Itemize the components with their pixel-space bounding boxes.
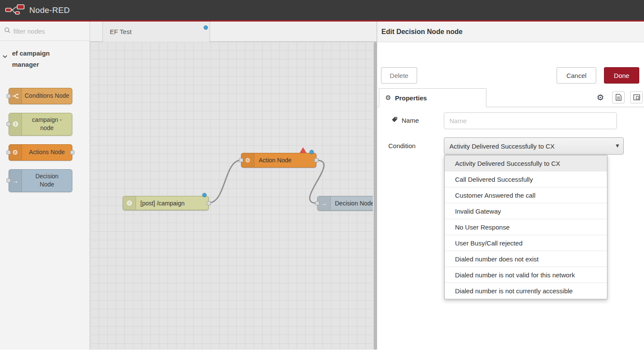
condition-option[interactable]: Call Delivered Successfully xyxy=(445,171,607,187)
branch-icon xyxy=(9,88,22,104)
palette-node-list: Conditions Node campaign - node ⚙ Action… xyxy=(0,76,90,192)
chevron-down-icon xyxy=(3,50,7,62)
wire-campaign-to-action[interactable] xyxy=(209,160,241,203)
edit-node-tray: Edit Decision Node node Delete Cancel Do… xyxy=(377,22,644,350)
done-button[interactable]: Done xyxy=(604,67,639,84)
arrow-right-icon: → xyxy=(318,196,331,210)
name-field-label: Name xyxy=(391,116,419,124)
palette-category-ef-campaign-manager[interactable]: ef campaign manager xyxy=(0,41,75,76)
palette-node-label: Decision Node xyxy=(22,170,72,192)
node-name-input[interactable] xyxy=(444,112,617,129)
globe-icon xyxy=(9,113,22,135)
edit-tray-title: Edit Decision Node node xyxy=(377,22,644,42)
settings-gear-button[interactable]: ⚙ xyxy=(594,91,607,103)
node-changed-dot xyxy=(202,193,207,197)
app-title: Node-RED xyxy=(29,6,70,15)
app-header: Node-RED xyxy=(0,0,644,22)
canvas-node-label: Decision Node xyxy=(331,196,373,210)
properties-tab-label: Properties xyxy=(395,94,427,102)
condition-option[interactable]: Dialed number is not valid for this netw… xyxy=(445,267,607,283)
canvas-node-label: [post] /campaign xyxy=(136,196,189,210)
canvas-node-label: Action Node xyxy=(254,153,296,167)
cancel-button[interactable]: Cancel xyxy=(557,67,596,84)
condition-dropdown-list: Activity Delivered Successfully to CX Ca… xyxy=(444,155,607,299)
search-icon xyxy=(4,27,10,35)
node-input-port[interactable] xyxy=(6,178,11,183)
edit-tray-body: Delete Cancel Done ⚙ Properties ⚙ xyxy=(377,42,644,350)
condition-selected-value: Activity Delivered Successfully to CX xyxy=(449,143,554,150)
delete-button[interactable]: Delete xyxy=(381,67,417,84)
node-palette: ef campaign manager Conditions Node camp… xyxy=(0,22,90,350)
condition-option[interactable]: Dialed number is not currently accessibl… xyxy=(445,283,607,299)
flow-tab-label: EF Test xyxy=(110,28,132,35)
node-changed-dot xyxy=(310,150,314,154)
condition-option[interactable]: Activity Delivered Successfully to CX xyxy=(445,155,607,171)
palette-node-label: campaign - node xyxy=(22,113,72,135)
gear-icon: ⚙ xyxy=(242,153,254,167)
dropdown-arrow-icon: ▾ xyxy=(616,142,619,149)
canvas-node-decision[interactable]: → Decision Node xyxy=(317,196,373,211)
palette-node-decision[interactable]: → Decision Node xyxy=(9,169,72,192)
tray-toolbar: ⚙ xyxy=(594,91,643,103)
condition-option[interactable]: Invalid Gateway xyxy=(445,203,607,219)
node-input-port[interactable] xyxy=(315,201,319,205)
condition-option[interactable]: No User Response xyxy=(445,219,607,235)
workspace-scrollbar[interactable] xyxy=(373,42,377,350)
flow-canvas[interactable]: [post] /campaign ⚙ Action Node → Decis xyxy=(90,42,373,350)
node-input-port[interactable] xyxy=(6,122,11,126)
condition-option[interactable]: Dialed number does not exist xyxy=(445,251,607,267)
node-output-port[interactable] xyxy=(70,150,74,155)
canvas-node-action[interactable]: ⚙ Action Node xyxy=(241,153,316,168)
palette-node-label: Actions Node xyxy=(22,145,72,160)
gear-icon: ⚙ xyxy=(385,94,391,102)
palette-node-actions[interactable]: ⚙ Actions Node xyxy=(9,144,72,161)
node-output-port[interactable] xyxy=(207,201,211,205)
flow-tab-bar: EF Test xyxy=(90,22,377,42)
globe-icon xyxy=(123,196,136,210)
condition-option[interactable]: Customer Answered the call xyxy=(445,187,607,203)
node-input-port[interactable] xyxy=(239,158,243,162)
condition-select[interactable]: Activity Delivered Successfully to CX ▾ xyxy=(444,137,624,155)
palette-node-conditions[interactable]: Conditions Node xyxy=(9,88,72,104)
description-doc-button[interactable] xyxy=(612,91,625,103)
node-red-app: Node-RED ef campaign manager xyxy=(0,0,644,351)
expand-window-button[interactable] xyxy=(630,91,643,103)
palette-search xyxy=(0,22,90,41)
condition-field-label: Condition xyxy=(388,142,415,149)
node-input-port[interactable] xyxy=(6,150,11,155)
node-error-triangle xyxy=(300,147,307,153)
canvas-node-http-in-campaign[interactable]: [post] /campaign xyxy=(123,196,209,210)
flow-modified-dot xyxy=(204,25,208,30)
node-input-port[interactable] xyxy=(6,94,11,98)
node-output-port[interactable] xyxy=(314,158,319,162)
condition-option[interactable]: User Busy/Call rejected xyxy=(445,235,607,251)
arrow-right-icon: → xyxy=(9,170,22,192)
gear-icon: ⚙ xyxy=(9,145,22,160)
palette-node-campaign[interactable]: campaign - node xyxy=(9,113,72,136)
category-label: ef campaign manager xyxy=(12,50,50,68)
tag-icon xyxy=(391,116,398,124)
palette-node-label: Conditions Node xyxy=(22,88,72,104)
tab-properties[interactable]: ⚙ Properties xyxy=(379,88,486,107)
scrollbar-thumb[interactable] xyxy=(374,42,377,350)
filter-nodes-input[interactable] xyxy=(13,28,78,35)
node-red-logo-icon xyxy=(5,3,25,17)
flow-tab-ef-test[interactable]: EF Test xyxy=(102,22,210,42)
flow-workspace: EF Test [post] /campaign xyxy=(90,22,377,350)
